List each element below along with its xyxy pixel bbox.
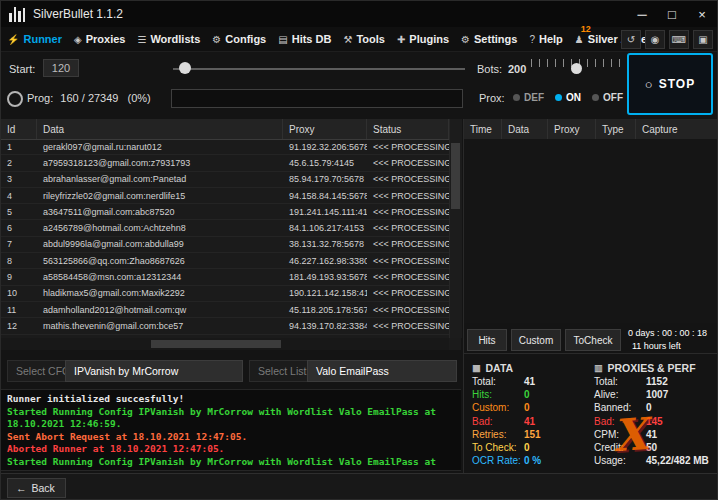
history-icon[interactable]: ↺ — [621, 30, 641, 49]
tab-wordlists[interactable]: ☰ Wordlists — [131, 27, 206, 51]
table-row[interactable]: 5 a3647511@gmail.com:abc87520 191.241.14… — [1, 204, 449, 220]
stat-line: OCR Rate: 0 % — [472, 454, 590, 467]
horizontal-scrollbar-thumb[interactable] — [151, 340, 281, 348]
elapsed-time: 0 days : 00 : 00 : 18 — [628, 328, 716, 338]
column-header-type[interactable]: Type — [596, 119, 636, 139]
cell-status: <<< PROCESSING BLOCK — [367, 272, 449, 282]
table-row[interactable]: 4 rileyfrizzle02@gmail.com:nerdlife15 94… — [1, 188, 449, 204]
cell-status: <<< PROCESSING BLOCK — [367, 256, 449, 266]
cell-data: mathis.thevenin@gmail.com:bce57 — [37, 321, 283, 331]
stat-value: 0 — [524, 401, 530, 414]
config-value[interactable]: IPVanish by MrCorrow — [65, 360, 243, 382]
cell-id: 7 — [1, 239, 37, 249]
progress-radio[interactable] — [7, 91, 23, 107]
column-header-proxy[interactable]: Proxy — [283, 119, 367, 139]
start-input[interactable] — [43, 59, 79, 77]
cell-status: <<< PROCESSING BLOCK — [367, 158, 449, 168]
table-row[interactable]: 1 gerakl097@gmail.ru:narut012 91.192.32.… — [1, 139, 449, 155]
stat-value: 0 — [524, 441, 530, 454]
tab-plugins[interactable]: ✚ Plugins — [391, 27, 455, 51]
back-button[interactable]: ← Back — [7, 478, 66, 498]
custom-tab-button[interactable]: Custom — [511, 329, 561, 351]
minimize-button[interactable]: ─ — [627, 1, 657, 27]
column-header-time[interactable]: Time — [464, 119, 502, 139]
panel-icon[interactable]: ▣ — [693, 30, 713, 49]
stop-button[interactable]: ○ STOP — [627, 53, 713, 115]
log-line: Aborted Runner at 18.10.2021 12:47:05. — [7, 443, 455, 456]
column-header-status[interactable]: Status — [367, 119, 449, 139]
tab-configs[interactable]: ⚙ Configs — [206, 27, 272, 51]
cell-status: <<< PROCESSING BLOCK — [367, 321, 449, 331]
runner-icon: ⚡ — [7, 34, 19, 45]
stat-label: Retries: — [472, 428, 524, 441]
tab-proxies[interactable]: ◈ Proxies — [68, 27, 131, 51]
start-slider-track[interactable] — [173, 68, 465, 70]
prox-option-off[interactable]: OFF — [592, 92, 623, 103]
table-row[interactable]: 8 563125866@qq.com:Zhao8687626 46.227.16… — [1, 253, 449, 269]
cell-status: <<< PROCESSING BLOCK — [367, 207, 449, 217]
stat-line: Custom: 0 — [472, 401, 590, 414]
table-row[interactable]: 7 abdul9996la@gmail.com:abdulla99 38.131… — [1, 237, 449, 253]
stat-value: 1007 — [646, 388, 668, 401]
table-row[interactable]: 11 adamholland2012@hotmail.com:qw 45.118… — [1, 302, 449, 318]
cell-data: a58584458@msn.com:a12312344 — [37, 272, 283, 282]
tab-settings[interactable]: ⚙ Settings — [455, 27, 523, 51]
hits-tab-button[interactable]: Hits — [467, 329, 507, 351]
stat-line: Total: 41 — [472, 375, 590, 388]
hits-table-body — [464, 139, 718, 323]
tab-help[interactable]: ? Help — [523, 27, 568, 51]
remaining-time: 11 hours left — [632, 341, 718, 351]
stat-label: CPM: — [594, 428, 646, 441]
table-row[interactable]: 12 mathis.thevenin@gmail.com:bce57 94.13… — [1, 318, 449, 334]
maximize-button[interactable]: □ — [657, 1, 687, 27]
column-header-data[interactable]: Data — [37, 119, 283, 139]
log-output[interactable]: Runner initialized succesfully! Started … — [1, 389, 461, 471]
prox-option-on[interactable]: ON — [555, 92, 581, 103]
vertical-scrollbar[interactable] — [449, 119, 462, 338]
wordlist-value[interactable]: Valo EmailPass — [307, 360, 457, 382]
tocheck-tab-button[interactable]: ToCheck — [565, 329, 621, 351]
notification-badge: 12 — [581, 24, 591, 34]
bots-slider[interactable] — [531, 59, 623, 77]
bots-slider-thumb[interactable] — [571, 63, 582, 74]
bots-label: Bots: — [477, 63, 502, 75]
log-line: Runner initialized succesfully! — [7, 393, 455, 406]
column-header-id[interactable]: Id — [1, 119, 37, 139]
table-row[interactable]: 3 abrahanlasser@gmail.com:Panetad 85.94.… — [1, 172, 449, 188]
table-row[interactable]: 10 hladikmax5@gmail.com:Maxik2292 190.12… — [1, 286, 449, 302]
stat-label: Banned: — [594, 401, 646, 414]
cell-proxy: 45.118.205.178:5678 — [283, 305, 367, 315]
prox-option-def[interactable]: DEF — [513, 92, 544, 103]
table-row[interactable]: 9 a58584458@msn.com:a12312344 181.49.193… — [1, 269, 449, 285]
stat-value: 0 — [524, 388, 530, 401]
person-icon: ♟ — [575, 34, 584, 45]
main-menu: ⚡ Runner ◈ Proxies ☰ Wordlists ⚙ Configs… — [1, 27, 717, 52]
stat-line: Usage: 45,22/482 MB — [594, 454, 718, 467]
log-line: Sent Abort Request at 18.10.2021 12:47:0… — [7, 431, 455, 444]
stat-value: 151 — [524, 428, 541, 441]
stat-line: Retries: 151 — [472, 428, 590, 441]
results-table-body: 1 gerakl097@gmail.ru:narut012 91.192.32.… — [1, 139, 449, 338]
progress-label: Prog: 160 / 27349 (0%) — [27, 92, 151, 104]
stat-label: Bad: — [472, 415, 524, 428]
table-row[interactable]: 6 a2456789@hotmail.com:Achtzehn8 84.1.10… — [1, 220, 449, 236]
column-header-proxy[interactable]: Proxy — [548, 119, 596, 139]
start-slider-thumb[interactable] — [179, 62, 191, 74]
horizontal-scrollbar[interactable] — [1, 338, 449, 350]
cell-data: a7959318123@gmail.com:z7931793 — [37, 158, 283, 168]
tab-hits-db[interactable]: ▤ Hits DB — [272, 27, 337, 51]
cell-id: 9 — [1, 272, 37, 282]
table-row[interactable]: 2 a7959318123@gmail.com:z7931793 45.6.15… — [1, 155, 449, 171]
tab-runner[interactable]: ⚡ Runner — [1, 27, 68, 51]
gamepad-icon[interactable]: ⌨ — [669, 30, 689, 49]
toolbar-icons: ↺ ◉ ⌨ ▣ — [621, 30, 713, 49]
camera-icon[interactable]: ◉ — [645, 30, 665, 49]
select-list-button[interactable]: Select List — [249, 360, 315, 382]
column-header-capture[interactable]: Capture — [636, 119, 718, 139]
help-icon: ? — [529, 34, 535, 45]
close-button[interactable]: × — [687, 1, 717, 27]
vertical-scrollbar-thumb[interactable] — [451, 143, 460, 209]
stats-panel: ▦ DATA Total: 41 Hits: 0 Cust — [463, 353, 718, 473]
tab-tools[interactable]: ⚒ Tools — [337, 27, 390, 51]
column-header-data[interactable]: Data — [502, 119, 548, 139]
